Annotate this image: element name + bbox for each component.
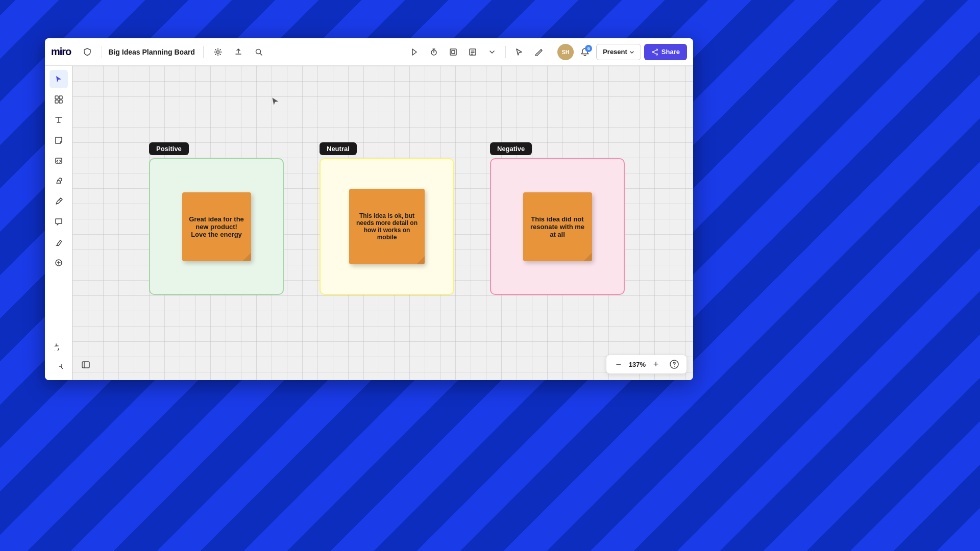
help-icon: [670, 360, 679, 369]
shield-icon-btn[interactable]: [79, 44, 95, 60]
upload-btn[interactable]: [230, 44, 247, 60]
columns-wrapper: Positive Great idea for the new product!…: [149, 142, 625, 295]
column-positive: Positive Great idea for the new product!…: [149, 142, 284, 295]
column-label-positive: Positive: [149, 142, 189, 155]
svg-rect-14: [59, 100, 62, 103]
column-label-neutral: Neutral: [320, 142, 357, 155]
play-icon: [410, 48, 419, 56]
comment-tool-btn[interactable]: [50, 213, 68, 231]
sticky-note-negative-text: This idea did not resonate with me at al…: [529, 215, 586, 238]
share-label: Share: [662, 48, 680, 56]
shapes-tool-btn[interactable]: [50, 172, 68, 190]
embed-icon: [55, 157, 63, 165]
undo-btn[interactable]: [50, 337, 68, 356]
toolbar-divider-4: [552, 46, 552, 58]
text-tool-btn[interactable]: [50, 111, 68, 129]
search-btn[interactable]: [251, 44, 267, 60]
column-card-positive[interactable]: Great idea for the new product! Love the…: [149, 158, 284, 295]
toolbar: miro Big Ideas Planning Board: [45, 38, 693, 66]
column-card-negative[interactable]: This idea did not resonate with me at al…: [490, 158, 625, 295]
toolbar-divider-2: [203, 46, 204, 58]
toolbar-divider-3: [505, 46, 506, 58]
chevron-down-btn[interactable]: [484, 44, 500, 60]
present-label: Present: [603, 48, 627, 56]
column-negative: Negative This idea did not resonate with…: [490, 142, 625, 295]
select-tool-btn[interactable]: [50, 70, 68, 88]
column-label-negative: Negative: [490, 142, 532, 155]
panel-icon: [81, 360, 90, 369]
cursor-select-icon: [515, 48, 523, 56]
svg-marker-2: [412, 49, 416, 55]
svg-point-8: [656, 49, 657, 51]
undo-icon: [55, 342, 63, 350]
upload-icon: [234, 48, 242, 56]
sticky-note-neutral-text: This idea is ok, but needs more detail o…: [355, 212, 419, 241]
draw-icon: [534, 48, 543, 56]
svg-rect-15: [56, 158, 62, 163]
settings-btn[interactable]: [210, 44, 226, 60]
highlight-tool-btn[interactable]: [50, 233, 68, 252]
svg-rect-11: [55, 96, 58, 99]
avatar[interactable]: SH: [557, 44, 574, 60]
chevron-down-icon-present: [629, 49, 634, 55]
shapes-icon: [55, 177, 63, 185]
cursor-arrow-icon: [55, 75, 63, 83]
timer-btn[interactable]: [426, 44, 442, 60]
svg-rect-5: [452, 51, 455, 54]
svg-point-0: [216, 51, 219, 53]
redo-icon: [55, 363, 63, 371]
zoom-bar: − 137% +: [606, 355, 687, 374]
frame-icon: [449, 48, 457, 56]
zoom-in-btn[interactable]: +: [650, 358, 662, 370]
play-btn[interactable]: [406, 44, 423, 60]
notes-icon: [469, 48, 477, 56]
shield-icon: [83, 48, 91, 56]
chevron-down-icon: [488, 48, 496, 56]
notification-badge: 6: [585, 45, 592, 52]
notes-btn[interactable]: [464, 44, 481, 60]
svg-point-10: [652, 51, 653, 53]
sticky-tool-btn[interactable]: [50, 131, 68, 149]
add-tool-btn[interactable]: [50, 254, 68, 272]
share-btn[interactable]: Share: [644, 44, 687, 60]
pen-icon: [55, 197, 63, 206]
comment-icon: [55, 218, 63, 226]
sticky-note-neutral[interactable]: This idea is ok, but needs more detail o…: [349, 189, 425, 264]
present-btn[interactable]: Present: [596, 44, 641, 60]
svg-point-16: [59, 178, 62, 181]
canvas[interactable]: Positive Great idea for the new product!…: [72, 66, 693, 380]
sticky-note-positive[interactable]: Great idea for the new product! Love the…: [182, 192, 251, 261]
zoom-out-btn[interactable]: −: [612, 358, 625, 370]
cursor: [271, 96, 281, 107]
board-title: Big Ideas Planning Board: [108, 48, 195, 56]
column-card-neutral[interactable]: This idea is ok, but needs more detail o…: [320, 158, 454, 295]
cursor-select-btn[interactable]: [511, 44, 527, 60]
redo-btn[interactable]: [50, 358, 68, 376]
svg-rect-4: [450, 49, 456, 55]
embed-tool-btn[interactable]: [50, 152, 68, 170]
search-icon: [255, 48, 263, 56]
help-btn[interactable]: [668, 358, 680, 370]
sticky-note-icon: [55, 136, 63, 144]
svg-point-9: [656, 54, 657, 55]
frames-icon: [55, 95, 63, 104]
frames-tool-btn[interactable]: [50, 90, 68, 109]
svg-rect-20: [82, 362, 89, 368]
svg-rect-13: [55, 100, 58, 103]
svg-point-19: [674, 366, 675, 367]
column-neutral: Neutral This idea is ok, but needs more …: [320, 142, 454, 295]
sticky-note-negative[interactable]: This idea did not resonate with me at al…: [523, 192, 592, 261]
zoom-level: 137%: [629, 361, 646, 368]
main-area: Positive Great idea for the new product!…: [45, 66, 693, 380]
toolbar-right: SH 6 Present: [406, 44, 687, 60]
left-sidebar: [45, 66, 72, 380]
draw-btn[interactable]: [530, 44, 547, 60]
highlighter-icon: [55, 238, 63, 246]
text-icon: [55, 116, 63, 124]
notification-btn[interactable]: 6: [577, 44, 593, 60]
frame-btn[interactable]: [445, 44, 461, 60]
toolbar-divider-1: [102, 46, 102, 58]
pen-tool-btn[interactable]: [50, 192, 68, 211]
collapse-sidebar-btn[interactable]: [77, 356, 95, 374]
miro-logo: miro: [51, 46, 71, 58]
